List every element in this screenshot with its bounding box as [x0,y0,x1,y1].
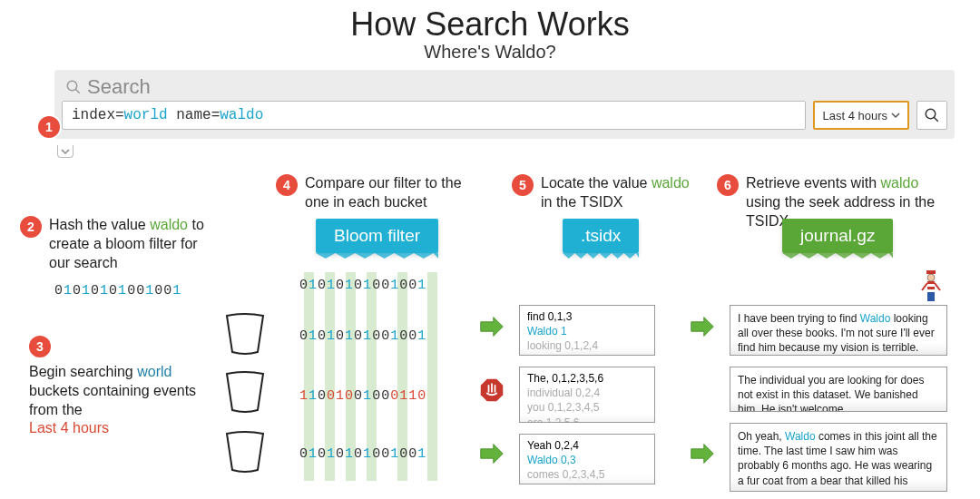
search-collapse-caret[interactable] [57,145,74,158]
svg-rect-11 [927,292,935,301]
journal-card-2: The individual you are looking for does … [730,367,947,412]
search-panel: Search index=world name=waldo Last 4 hou… [54,70,955,139]
step-2-text: Hash the value waldo to create a bloom f… [49,216,211,272]
tsidx-card-1: find 0,1,3 Waldo 1 looking 0,1,2,4 [519,305,655,356]
search-button[interactable] [916,101,947,130]
svg-rect-5 [926,270,936,274]
svg-rect-10 [927,289,935,292]
svg-point-6 [927,274,935,281]
stop-icon [479,377,505,406]
bucket-icon [221,370,269,414]
tsidx-tag: .tsidx [563,219,639,253]
time-range-dropdown[interactable]: Last 4 hours [813,101,909,130]
journal-card-3: Oh yeah, Waldo comes in this joint all t… [730,423,947,492]
step-badge-5: 5 [512,174,534,196]
bucket-icon [221,430,269,474]
bucket-bits-2: 11001001000110 [299,388,426,404]
search-input[interactable]: index=world name=waldo [62,101,806,130]
step-4-text: Compare our filter to the one in each bu… [305,174,485,212]
step-5-text: Locate the value waldo in the TSIDX [541,174,693,212]
journal-tag: journal.gz [782,219,893,253]
svg-rect-8 [927,284,935,287]
waldo-figure-icon [918,269,944,307]
match-arrow-icon [690,441,715,470]
match-arrow-icon [690,314,715,343]
svg-line-13 [935,283,940,290]
step-badge-4: 4 [276,174,298,196]
bucket-bits-3: 01010101001001 [299,446,426,462]
page-title: How Search Works [0,5,980,44]
svg-line-3 [934,117,938,122]
match-arrow-icon [479,314,505,343]
step-badge-6: 6 [717,174,739,196]
step-3-text: Begin searching world buckets containing… [29,363,211,438]
tsidx-card-2: The, 0,1,2,3,5,6 individual 0,2,4 you 0,… [519,367,655,423]
bucket-icon [221,312,269,356]
bucket-bits-1: 01010101001001 [299,328,426,344]
step-badge-3: 3 [29,336,51,357]
chevron-down-icon [61,148,70,155]
search-icon [924,107,940,123]
svg-line-12 [922,283,927,290]
search-section-label: Search [62,73,947,101]
svg-line-1 [75,89,80,93]
bucket-bits-0: 01010101001001 [299,278,426,293]
step-badge-2: 2 [20,216,42,238]
search-bloom-bits: 01010101001001 [54,283,181,298]
chevron-down-icon [891,111,900,120]
page-subtitle: Where's Waldo? [0,42,980,63]
svg-point-0 [67,81,77,91]
tsidx-card-3: Yeah 0,2,4 Waldo 0,3 comes 0,2,3,4,5 [519,434,655,484]
match-arrow-icon [479,441,505,470]
step-badge-1: 1 [38,116,60,138]
svg-rect-9 [927,287,935,289]
search-icon [65,79,82,95]
svg-rect-7 [927,281,935,284]
bloom-filter-tag: Bloom filter [316,219,438,253]
journal-card-1: I have been trying to find Waldo looking… [730,305,947,356]
svg-point-2 [926,109,936,119]
